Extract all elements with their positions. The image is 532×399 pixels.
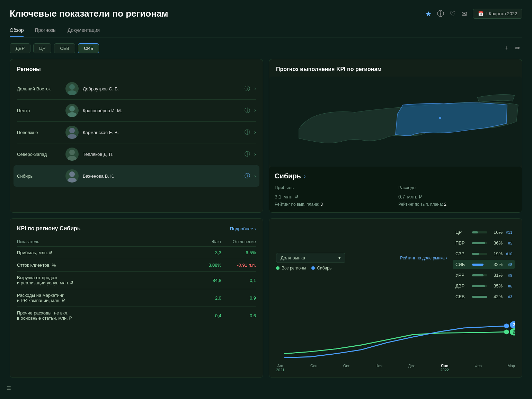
ranking-item-dvr: ДВР 35% #6: [453, 281, 515, 291]
tab-overview[interactable]: Обзор: [10, 25, 24, 37]
avatar-teplyakov: [65, 148, 79, 161]
region-btn-sev[interactable]: СЕВ: [54, 43, 75, 53]
russia-map-svg: [269, 77, 522, 167]
manager-name-center: Краснопёров И. М.: [83, 108, 245, 113]
expense-rating: Рейтинг по вып. плана: 2: [398, 202, 516, 207]
ranking-name-dvr: ДВР: [455, 283, 469, 289]
kpi-col-indicator: Показатель: [17, 239, 194, 244]
svg-point-11: [504, 323, 509, 328]
region-filter-bar: ДВР ЦР СЕВ СИБ + ✏: [10, 43, 522, 53]
kpi-dev-4: 0,6: [221, 313, 256, 318]
kpi-fact-2: 84,8: [194, 278, 221, 283]
region-item-povolzhye[interactable]: Поволжье Карманская Е. В. ⓘ ›: [17, 122, 256, 143]
heart-icon[interactable]: ♡: [450, 10, 456, 18]
chevron-right-povolzhye[interactable]: ›: [254, 129, 256, 135]
date-pill: 📅 I Квартал 2022: [473, 9, 522, 19]
main-grid: Регионы Дальний Восток Доброутров С. Б. …: [10, 59, 522, 378]
x-label-dec: Дек: [408, 364, 415, 372]
ranking-pct-szr: 19%: [490, 251, 503, 256]
info-icon-dalnevostok[interactable]: ⓘ: [245, 85, 250, 92]
expense-label: Расходы: [398, 185, 516, 190]
chart-area: 32% 29%: [276, 306, 515, 362]
region-list: Дальний Восток Доброутров С. Б. ⓘ › Цент…: [17, 78, 256, 187]
ranking-num-dvr: #6: [503, 284, 512, 288]
region-btn-cr[interactable]: ЦР: [33, 43, 51, 53]
ranking-name-sev: СЕВ: [455, 294, 469, 299]
ranking-bar-sev: [472, 296, 487, 298]
regions-card-title: Регионы: [17, 66, 256, 72]
info-icon-siberia[interactable]: ⓘ: [245, 172, 250, 180]
ranking-bar-wrap-cr: [472, 231, 487, 233]
ranking-bar-wrap-urr: [472, 274, 487, 276]
edit-filter-button[interactable]: ✏: [513, 43, 522, 53]
chart-card: Доля рынка ▾ Рейтинг по доле рынка › Все…: [269, 218, 522, 378]
svg-point-7: [68, 156, 77, 161]
kpi-row-0: Прибыль, млн. ₽ 3,3 6,5%: [17, 247, 256, 259]
kpi-dev-2: 0,1: [221, 278, 256, 283]
chevron-right-sevzapad[interactable]: ›: [254, 151, 256, 157]
profit-label: Прибыль: [275, 185, 393, 190]
chart-legend: Все регионы Сибирь: [276, 266, 447, 271]
kpi-fact-4: 0,4: [194, 313, 221, 318]
menu-icon[interactable]: ≡: [7, 384, 11, 392]
tab-forecasts[interactable]: Прогнозы: [35, 25, 56, 37]
avatar-dobroutrov: [65, 82, 79, 95]
chart-left: Доля рынка ▾ Рейтинг по доле рынка › Все…: [276, 253, 447, 274]
siberia-info-panel: Сибирь › Прибыль 3,1 млн. ₽ Рейтинг по в…: [269, 167, 522, 212]
info-icon-center[interactable]: ⓘ: [245, 107, 250, 114]
chevron-right-center[interactable]: ›: [254, 107, 256, 114]
kpi-indicator-2: Выручка от продажи реализации услуг, млн…: [17, 275, 194, 285]
region-item-center[interactable]: Центр Краснопёров И. М. ⓘ ›: [17, 100, 256, 122]
add-filter-button[interactable]: +: [502, 43, 510, 53]
kpi-indicator-3: Расходы на маркетинги PR-кампании, млн. …: [17, 293, 194, 303]
manager-name-dalnevostok: Доброутров С. Б.: [83, 86, 245, 91]
manager-name-povolzhye: Карманская Е. В.: [83, 130, 245, 135]
info-circle-icon[interactable]: ⓘ: [437, 9, 444, 18]
legend-all-regions: Все регионы: [276, 266, 306, 271]
chart-x-labels: Авг2021 Сен Окт Ноя Дек Янв2022 Фев Мар: [276, 362, 515, 372]
star-icon[interactable]: ★: [425, 10, 432, 18]
region-btn-dvr[interactable]: ДВР: [10, 43, 30, 53]
x-label-jan: Янв2022: [440, 364, 449, 372]
region-item-dalnevostok[interactable]: Дальний Восток Доброутров С. Б. ⓘ ›: [17, 78, 256, 100]
region-item-siberia[interactable]: Сибирь Баженова В. К. ⓘ ›: [14, 165, 259, 187]
kpi-fact-0: 3,3: [194, 250, 221, 255]
date-label: I Квартал 2022: [486, 11, 517, 16]
market-share-dropdown[interactable]: Доля рынка ▾: [276, 253, 345, 263]
kpi-card: KPI по региону Сибирь Подробнее › Показа…: [10, 218, 263, 378]
region-item-sevzapad[interactable]: Северо-Запад Тепляков Д. П. ⓘ ›: [17, 143, 256, 165]
siberia-header: Сибирь ›: [275, 172, 516, 180]
ranking-bar-wrap-sib: [472, 264, 487, 266]
avatar-krasnoperov: [65, 104, 79, 117]
chart-controls: Доля рынка ▾ Рейтинг по доле рынка ›: [276, 253, 447, 263]
ranking-bar-wrap-pvr: [472, 242, 487, 244]
ranking-item-urr: УРР 31% #9: [453, 271, 515, 280]
dropdown-label: Доля рынка: [281, 255, 305, 260]
kpi-row-4: Прочие расходы, не вкл.в основные статьи…: [17, 307, 256, 324]
map-card: Прогноз выполнения KPI по регионам Сибир…: [269, 59, 522, 213]
kpi-detail-link[interactable]: Подробнее ›: [230, 226, 256, 231]
siberia-chevron-icon[interactable]: ›: [304, 173, 305, 179]
info-icon-sevzapad[interactable]: ⓘ: [245, 151, 250, 158]
legend-siberia: Сибирь: [311, 266, 331, 271]
ranking-num-pvr: #5: [503, 241, 512, 245]
kpi-dev-1: -0,91 п.п.: [221, 263, 256, 268]
ranking-item-pvr: ПВР 36% #5: [453, 238, 515, 248]
x-label-feb: Фев: [475, 364, 482, 372]
ranking-name-pvr: ПВР: [455, 240, 469, 246]
svg-point-9: [68, 178, 77, 183]
profit-metric: Прибыль 3,1 млн. ₽ Рейтинг по вып. плана…: [275, 185, 393, 207]
svg-point-4: [69, 128, 75, 133]
tab-documentation[interactable]: Документация: [68, 25, 100, 37]
ranking-link[interactable]: Рейтинг по доле рынка ›: [400, 256, 447, 260]
svg-point-6: [69, 150, 75, 155]
region-btn-sib[interactable]: СИБ: [78, 43, 99, 53]
chevron-right-siberia[interactable]: ›: [254, 173, 256, 179]
ranking-num-sev: #3: [503, 295, 512, 299]
info-icon-povolzhye[interactable]: ⓘ: [245, 129, 250, 136]
mail-icon[interactable]: ✉: [461, 10, 467, 18]
page-title: Ключевые показатели по регионам: [10, 8, 168, 19]
kpi-row-2: Выручка от продажи реализации услуг, млн…: [17, 272, 256, 289]
chevron-right-dalnevostok[interactable]: ›: [254, 86, 256, 92]
region-name-dalnevostok: Дальний Восток: [17, 86, 65, 91]
